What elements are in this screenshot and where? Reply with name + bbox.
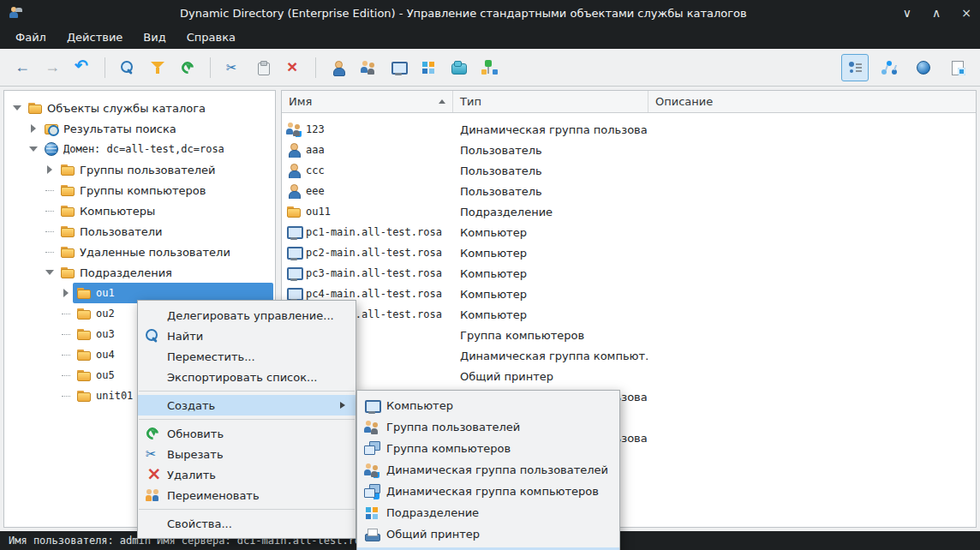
column-header-type[interactable]: Тип [453,91,648,112]
add-computer-button[interactable] [385,54,412,81]
table-row[interactable]: 1Динамическая группа компьют… [282,345,976,366]
collapse-icon[interactable] [27,139,40,159]
tree-item[interactable]: Домен: dc=all-test,dc=rosa [6,139,273,159]
menubar: ФайлДействиеВидСправка [0,26,980,49]
tree-item-label: ou4 [96,349,115,361]
user-icon [286,163,302,178]
undo-icon [75,60,90,75]
object-type: Группа компьютеров [453,329,648,342]
submenu-item[interactable]: Общий принтер [357,523,619,545]
menu-action[interactable]: Действие [57,27,133,47]
table-row[interactable]: aaaПользователь [282,140,976,160]
object-type: Пользователь [453,164,648,177]
column-header-name[interactable]: Имя [282,91,453,112]
app-window: Dynamic Directory (Enterprise Edition) -… [0,0,980,550]
submenu-item[interactable]: Компьютер [357,395,619,416]
submenu-item[interactable]: Подразделение [357,502,619,523]
folder-search-icon [44,121,59,136]
forward-button[interactable] [39,54,66,81]
table-row[interactable]: ou11Подразделение [282,201,976,222]
object-tree-icon [481,60,496,75]
table-row[interactable]: pc1-main.all-test.rosaКомпьютер [282,222,976,242]
context-menu-item[interactable]: Делегировать управление... [138,305,356,326]
expand-icon[interactable] [60,283,73,303]
tree-item[interactable]: Пользователи [6,221,273,242]
tree-item-label: unit01 [96,390,133,402]
add-shared-resource-button[interactable] [445,54,472,81]
context-menu: Делегировать управление...НайтиПеремести… [137,300,356,539]
tree-line [60,324,73,344]
menu-view[interactable]: Вид [133,27,176,47]
column-header-description[interactable]: Описание [648,91,976,112]
export-view-button[interactable] [944,54,971,81]
tree-item[interactable]: Компьютеры [6,200,273,221]
tree-item[interactable]: Результаты поиска [6,118,273,139]
close-button[interactable]: × [961,6,971,20]
table-row[interactable]: pc4-main.all-test.rosaКомпьютер [282,284,976,304]
shared-icon [451,60,466,75]
folder-icon [60,162,75,177]
globe-view-button[interactable] [910,54,937,81]
submenu-item[interactable]: Динамическая группа пользователей [357,459,619,481]
table-row[interactable]: pc3-main.all-test.rosaКомпьютер [282,263,976,284]
table-row[interactable]: Общий принтер [282,366,976,386]
tree-item-label: Группы пользователей [80,164,216,176]
collapse-icon[interactable] [44,262,57,283]
titlebar[interactable]: Dynamic Directory (Enterprise Edition) -… [0,0,980,26]
refresh-button[interactable] [174,54,201,81]
paste-button[interactable] [249,54,277,81]
submenu-item[interactable]: Группа компьютеров [357,438,619,459]
context-menu-item[interactable]: Свойства... [138,513,356,534]
context-menu-item[interactable]: Найти [138,326,356,346]
tree-item[interactable]: Подразделения [6,262,273,283]
table-row[interactable]: cccПользователь [282,160,976,181]
menu-file[interactable]: Файл [5,27,57,47]
tree-item[interactable]: Группы компьютеров [6,180,273,200]
tree-item[interactable]: Объекты службы каталога [6,98,273,118]
expand-icon[interactable] [27,118,40,139]
folder-icon [76,368,92,383]
context-menu-item[interactable]: Переместить... [138,346,356,367]
filter-button[interactable] [144,54,171,81]
context-menu-item[interactable]: Удалить [138,464,356,485]
tree-item-label: Группы компьютеров [80,184,206,197]
maximize-button[interactable]: ∧ [932,6,941,20]
tree-item[interactable]: Группы пользователей [6,159,273,180]
folder-icon [286,204,302,219]
topology-view-button[interactable] [875,54,903,81]
submenu-item[interactable]: Группа пользователей [357,416,619,438]
expand-icon[interactable] [44,159,57,180]
context-menu-item[interactable]: Обновить [138,423,356,444]
context-menu-item[interactable]: Вырезать [138,444,356,464]
tree-item[interactable]: Удаленные пользователи [6,242,273,262]
table-row[interactable]: Группа компьютеров [282,325,976,345]
tree-line [44,221,57,242]
details-view-button[interactable] [841,54,869,81]
folder-icon [60,182,75,198]
delete-button[interactable] [279,54,307,81]
context-menu-item[interactable]: Переименовать [138,485,356,505]
object-type: Компьютер [453,226,648,239]
context-menu-item[interactable]: Экспортировать список... [138,367,356,387]
add-user-button[interactable] [325,54,352,81]
context-menu-item[interactable]: Создать [138,395,356,415]
table-row[interactable]: pc2-main.all-test.rosaКомпьютер [282,242,976,263]
window-title: Dynamic Directory (Enterprise Edition) -… [31,7,896,20]
add-user-group-button[interactable] [355,54,382,81]
add-object-button[interactable] [475,54,502,81]
search-button[interactable] [114,54,141,81]
object-type: Пользователь [453,144,648,157]
add-org-unit-button[interactable] [415,54,442,81]
cut-button[interactable] [219,54,247,81]
back-button[interactable] [9,54,36,81]
table-row[interactable]: eeeПользователь [282,181,976,201]
undo-button[interactable] [69,54,96,81]
table-row[interactable]: dc1-main.all-test.rosaКомпьютер [282,304,976,325]
collapse-icon[interactable] [11,98,24,118]
object-type: Подразделение [453,206,648,218]
minimize-button[interactable]: ∨ [903,6,911,20]
menu-help[interactable]: Справка [176,27,246,47]
forward-icon [45,60,60,75]
table-row[interactable]: 123Динамическая группа пользова… [282,119,976,140]
submenu-item[interactable]: Динамическая группа компьютеров [357,481,619,502]
